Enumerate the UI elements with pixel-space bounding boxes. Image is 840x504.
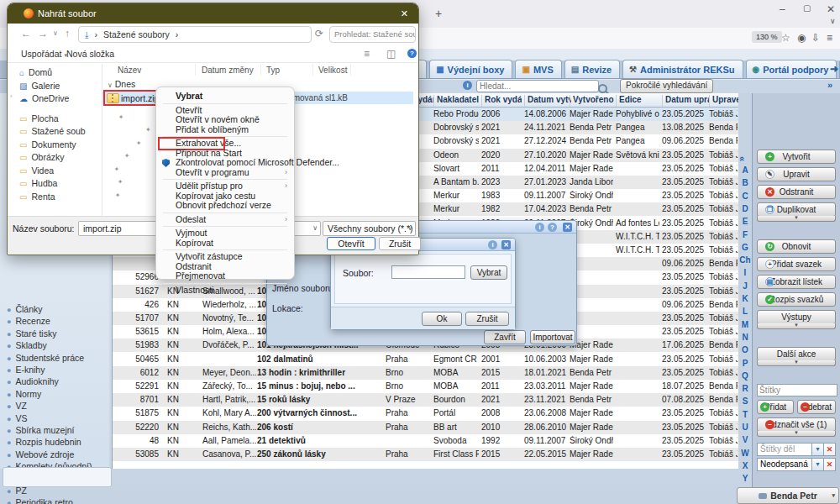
file-nav-videa[interactable]: ▭Videa✦ bbox=[19, 165, 54, 176]
sidebar-item-e-knihy[interactable]: ●E-knihy bbox=[7, 365, 45, 375]
action-button-rozpis-svazk-[interactable]: Rozpis svazků✓ bbox=[757, 292, 836, 307]
window-maximize-button[interactable]: ▢ bbox=[803, 3, 811, 13]
table-column-header[interactable]: Rok vydání bbox=[481, 95, 522, 107]
table-column-header[interactable]: Datum upra... bbox=[662, 95, 710, 107]
info-icon[interactable]: i bbox=[463, 81, 472, 90]
sidebar-item-vs[interactable]: ●VS bbox=[7, 413, 27, 423]
file-nav-dom-[interactable]: ⌂Domů bbox=[19, 67, 52, 77]
alpha-letter-n[interactable]: N bbox=[738, 333, 752, 342]
alpha-letter-b[interactable]: B bbox=[738, 178, 752, 187]
clear-icon[interactable]: ✕ bbox=[823, 459, 835, 470]
alpha-letter-e[interactable]: E bbox=[738, 217, 752, 226]
clear-icon[interactable]: ✕ bbox=[823, 444, 835, 455]
file-nav-plocha[interactable]: ▭Plocha✦ bbox=[19, 113, 59, 123]
column-name[interactable]: Název bbox=[118, 66, 141, 75]
recent-chevron-icon[interactable]: ∨ bbox=[53, 29, 58, 37]
tab-administr-tor-reksu[interactable]: ⚒Administrátor REKSu bbox=[622, 60, 743, 78]
sidebar-item-periodika-retro[interactable]: ●Periodika retro bbox=[7, 497, 73, 504]
sidebar-item-vz[interactable]: ●VZ bbox=[7, 401, 27, 411]
action-button-zobrazit-l-stek[interactable]: Zobrazit lístek▤ bbox=[757, 275, 836, 289]
action-button-upravit[interactable]: Upravit✎ bbox=[757, 167, 836, 181]
action-button-p-idat-svazek[interactable]: Přidat svazek+ bbox=[757, 257, 836, 271]
table-row[interactable]: 8701KNHartl, Patrik,...15 roků láskyV Pr… bbox=[113, 393, 738, 407]
alpha-letter-i[interactable]: I bbox=[738, 268, 752, 277]
menu-item-extrahovat-v-e-[interactable]: Extrahovat vše... bbox=[156, 139, 294, 149]
alpha-letter-u[interactable]: U bbox=[738, 423, 752, 432]
dialog-close-icon[interactable]: ✕ bbox=[563, 223, 572, 232]
alpha-letter-p[interactable]: P bbox=[738, 359, 752, 368]
expand-chevron-icon[interactable]: › bbox=[10, 93, 12, 99]
remove-tag-button[interactable]: Odebrat− bbox=[797, 400, 836, 414]
forward-icon[interactable]: → bbox=[38, 28, 48, 39]
action-button-vytvo-it[interactable]: Vytvořit+ bbox=[757, 150, 836, 164]
menu-item-ud-lit-p-stup-pro[interactable]: Udělit přístup pro› bbox=[156, 181, 294, 192]
tab-v-dejn-boxy[interactable]: ▦Výdejní boxy bbox=[429, 60, 512, 78]
table-column-header[interactable]: Datum vytv... bbox=[524, 95, 571, 107]
open-button[interactable]: Otevřít bbox=[327, 237, 375, 250]
file-nav-galerie[interactable]: ▨Galerie bbox=[19, 81, 60, 91]
file-search-input[interactable]: Prohledat: Stažené soubory bbox=[329, 26, 416, 43]
alpha-letter-f[interactable]: F bbox=[738, 230, 752, 239]
sidebar-item-audioknihy[interactable]: ●Audioknihy bbox=[7, 376, 59, 386]
account-icon[interactable]: ◉ bbox=[797, 32, 806, 44]
sidebar-item--l-nky[interactable]: ●Články bbox=[7, 304, 43, 314]
sidebar-item-rozpis-hudebnin[interactable]: ●Rozpis hudebnin bbox=[7, 437, 81, 447]
sidebar-item-webov-zdroje[interactable]: ●Webové zdroje bbox=[7, 449, 74, 459]
ok-button[interactable]: Ok bbox=[422, 312, 462, 326]
menu-item-otev-t-v-nov-m-okn-[interactable]: Otevřít v novém okně bbox=[156, 115, 294, 125]
alpha-letter-x[interactable]: X bbox=[738, 461, 752, 470]
alpha-letter-o[interactable]: O bbox=[738, 345, 752, 354]
menu-item-vyjmout[interactable]: Vyjmout bbox=[156, 228, 294, 239]
preview-pane-icon[interactable]: ◫ bbox=[386, 48, 396, 60]
new-folder-button[interactable]: Nová složka bbox=[66, 49, 114, 59]
table-row[interactable]: 6012KNMeyer, Deon...13 hodin : krimithri… bbox=[113, 366, 738, 380]
column-size[interactable]: Velikost bbox=[318, 66, 347, 75]
file-nav-dokumenty[interactable]: ▭Dokumenty✦ bbox=[19, 139, 76, 150]
table-column-header[interactable]: Edice bbox=[616, 95, 663, 107]
search-icon[interactable] bbox=[598, 84, 607, 93]
file-nav-onedrive[interactable]: ›☁OneDrive bbox=[19, 93, 69, 103]
menu-hamburger-icon[interactable]: ≡ bbox=[827, 32, 832, 44]
alpha-letter-v[interactable]: V bbox=[738, 435, 752, 444]
column-type[interactable]: Typ bbox=[266, 66, 280, 75]
alpha-letter-y[interactable]: Y bbox=[738, 474, 752, 483]
table-row[interactable]: 52220KNReichs, Kath...206 kostíPrahaBB a… bbox=[113, 421, 738, 434]
table-row[interactable]: 52291KNZářecký, To...15 minus : bojuj, n… bbox=[113, 380, 738, 393]
table-row[interactable]: 53085KNCasanova, P...250 zákonů láskyPra… bbox=[113, 448, 738, 461]
sidebar-item-sb-rka-muzejn-[interactable]: ●Sbírka muzejní bbox=[7, 425, 74, 435]
menu-item-p-ejmenovat[interactable]: Přejmenovat bbox=[156, 271, 294, 281]
file-input[interactable] bbox=[391, 265, 465, 279]
table-column-header[interactable]: Upraveno u... bbox=[709, 95, 739, 107]
picker-info-icon[interactable]: i bbox=[488, 240, 497, 249]
more-chevron-icon[interactable]: » bbox=[827, 80, 832, 90]
tab-scroll-arrow-icon[interactable]: ➜ bbox=[830, 63, 838, 75]
chevron-down-icon[interactable]: ▼ bbox=[811, 459, 823, 470]
file-nav-obr-zky[interactable]: ▭Obrázky✦ bbox=[19, 152, 65, 162]
tags-input[interactable]: Štítky bbox=[757, 384, 837, 396]
table-row[interactable]: 48KNAall, Pamela...21 detektivůSvoboda19… bbox=[113, 434, 738, 448]
table-row[interactable]: 51875KNKohl, Mary A...200 výtvarných čin… bbox=[113, 407, 738, 420]
file-nav-sta-en-soub[interactable]: ▭Stažené soub✦ bbox=[19, 126, 86, 136]
alpha-letter-j[interactable]: J bbox=[738, 281, 752, 291]
add-tag-button[interactable]: Přidat+ bbox=[757, 400, 794, 414]
group-header[interactable]: ∨ Dnes bbox=[108, 79, 135, 89]
chevron-down-icon[interactable]: ▼ bbox=[811, 444, 823, 455]
alpha-letter-c[interactable]: C bbox=[738, 192, 752, 201]
alpha-letter-s[interactable]: S bbox=[738, 396, 752, 406]
alpha-letter-ch[interactable]: Ch bbox=[738, 255, 752, 265]
filter-combo--t-tky-d-l[interactable]: Štítky děl▼✕ bbox=[757, 443, 836, 456]
table-column-header[interactable]: Vytvořeno u... bbox=[570, 95, 617, 107]
alpha-letter-a[interactable]: A bbox=[738, 165, 752, 175]
file-dialog-close-icon[interactable]: ✕ bbox=[401, 3, 408, 24]
tab-mvs[interactable]: ▣MVS bbox=[515, 60, 561, 78]
save-to-pocket-icon[interactable]: ⇩ bbox=[811, 32, 820, 44]
menu-item-obnovit-p-edchoz-verze[interactable]: Obnovit předchozí verze bbox=[156, 201, 294, 211]
sidebar-item-studentsk-pr-ce[interactable]: ●Studentské práce bbox=[7, 353, 84, 363]
advanced-search-button[interactable]: Pokročilé vyhledávání bbox=[620, 79, 713, 93]
search-input[interactable]: Hledat... bbox=[476, 80, 599, 92]
close-button[interactable]: Zavřít bbox=[484, 330, 526, 344]
action-dropdown-arrow[interactable]: ▼ bbox=[757, 216, 836, 222]
menu-item-zkontrolovat-pomoc-microsoft-defender-[interactable]: Zkontrolovat pomocí Microsoft Defender..… bbox=[156, 158, 294, 168]
cancel-button[interactable]: Zrušit bbox=[465, 312, 509, 326]
file-nav-renta[interactable]: ▭Renta✦ bbox=[19, 192, 55, 202]
